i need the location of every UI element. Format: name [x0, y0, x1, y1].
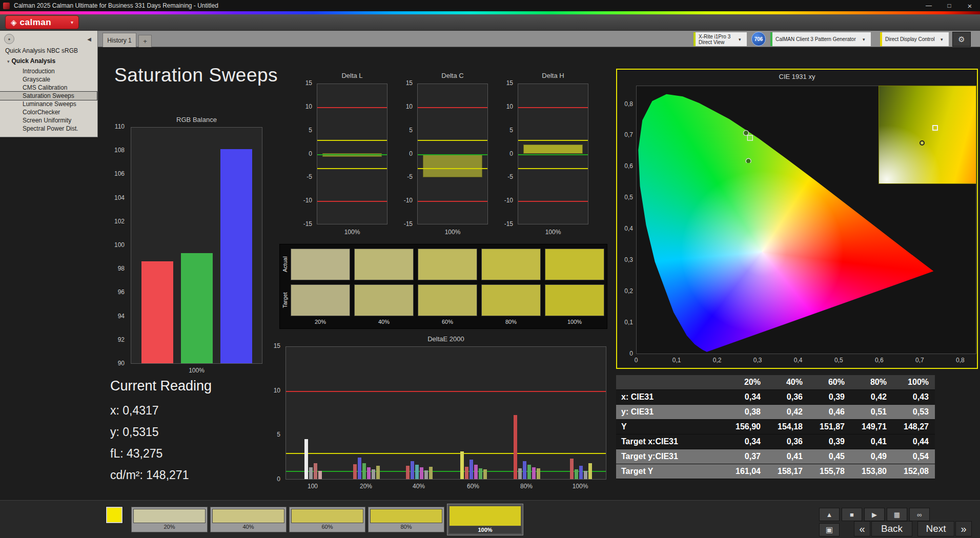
transport-panel-up-button[interactable]: ▲ — [819, 508, 840, 521]
next-button[interactable]: Next — [917, 521, 954, 536]
pattern-swatch-80%[interactable]: 80% — [368, 507, 444, 532]
pattern-swatch-20%[interactable]: 20% — [131, 507, 208, 532]
close-button[interactable]: × — [959, 0, 980, 11]
minimize-button[interactable]: — — [918, 0, 939, 11]
workflow-root-item[interactable]: ▾Quick Analysis — [7, 57, 55, 65]
display-control-dropdown[interactable]: Direct Display Control ▾ — [880, 32, 949, 47]
pattern-generator-dropdown[interactable]: CalMAN Client 3 Pattern Generator ▾ — [770, 32, 871, 47]
delta-e-chart — [285, 346, 606, 480]
pattern-swatch-60%[interactable]: 60% — [289, 507, 365, 532]
calman-logo-icon: ◈ — [11, 18, 17, 27]
pattern-swatch-label: 80% — [370, 523, 442, 530]
axis-tick-label: 0,5 — [831, 357, 846, 364]
axis-tick-label: 10 — [305, 103, 312, 110]
rgb-balance-title: RGB Balance — [131, 116, 262, 123]
axis-tick-label: 100 — [114, 241, 125, 249]
table-cell: 153,80 — [851, 464, 893, 479]
cie-data-points — [637, 86, 790, 163]
table-column-header: 80% — [851, 375, 893, 389]
delta-l-chart — [317, 84, 387, 224]
meter-mode: Direct View — [699, 39, 739, 45]
pattern-swatch-40%[interactable]: 40% — [210, 507, 287, 532]
deltae-bar — [570, 459, 574, 479]
axis-tick-label: -5 — [507, 173, 513, 180]
delta-bar — [523, 144, 583, 153]
pattern-window-button[interactable]: ▣ — [819, 523, 840, 536]
table-cell: 0,42 — [767, 405, 809, 419]
pattern-swatch-color — [212, 509, 284, 523]
delta-e-title: DeltaE 2000 — [285, 335, 606, 343]
table-cell: 0,41 — [851, 434, 893, 449]
pattern-generator-label: CalMAN Client 3 Pattern Generator — [770, 36, 863, 42]
back-button[interactable]: Back — [871, 521, 912, 536]
sweep-swatch-target-20% — [291, 284, 350, 316]
delta-c-y-axis: 151050-5-10-15 — [396, 84, 415, 224]
transport-stop-button[interactable]: ■ — [842, 508, 862, 521]
axis-tick-label: 15 — [406, 79, 413, 87]
sidebar-item-colorchecker[interactable]: ColorChecker — [0, 108, 97, 116]
meter-badge[interactable]: 706 — [751, 32, 766, 46]
axis-tick-label: 92 — [118, 336, 125, 343]
table-cell: 158,17 — [767, 464, 809, 479]
axis-tick-label: 0,1 — [618, 319, 633, 326]
sidebar-item-luminance-sweeps[interactable]: Luminance Sweeps — [0, 100, 97, 108]
tab-history-1[interactable]: History 1 — [103, 33, 136, 47]
limit-line-yellow — [317, 140, 387, 141]
deltae-bar — [309, 467, 313, 479]
sidebar-item-grayscale[interactable]: Grayscale — [0, 75, 97, 84]
deltae-bar — [415, 465, 419, 479]
delta-l-x-label: 100% — [317, 229, 387, 236]
pattern-swatch-label: 40% — [212, 523, 284, 530]
axis-tick-label: -5 — [307, 173, 312, 180]
table-column-header: 20% — [725, 375, 767, 389]
transport-play-button[interactable]: ▶ — [864, 508, 885, 521]
pattern-swatch-label: 20% — [133, 523, 206, 530]
sidebar-item-cms-calibration[interactable]: CMS Calibration — [0, 84, 97, 92]
table-cell: 0,41 — [767, 449, 809, 464]
pattern-swatch-100%[interactable]: 100% — [447, 504, 523, 535]
axis-tick-label: 104 — [114, 194, 125, 201]
calman-logo-button[interactable]: ◈ calman ▾ — [5, 15, 79, 29]
deltae-bar — [314, 463, 317, 479]
sidebar-item-introduction[interactable]: Introduction — [0, 67, 97, 75]
deltae-bar — [353, 464, 357, 479]
workflow-menu-button[interactable]: ● — [4, 34, 14, 44]
pattern-swatch-color — [370, 509, 442, 523]
settings-button[interactable]: ⚙ — [952, 32, 971, 47]
cie-chart-panel: CIE 1931 xy 00,10,20,30,40,50,60,70,8 00… — [616, 69, 978, 369]
back-chevron-button[interactable]: « — [854, 521, 870, 536]
transport-save-button[interactable]: ▦ — [887, 508, 907, 521]
table-row-label: Target Y — [616, 464, 725, 479]
sidebar-item-spectral-power-dist-[interactable]: Spectral Power Dist. — [0, 125, 97, 133]
sweep-swatch-target-60% — [418, 284, 477, 316]
delta-h-chart — [518, 84, 588, 224]
table-cell: 155,78 — [809, 464, 851, 479]
axis-tick-label: 80% — [511, 483, 542, 490]
meter-dropdown[interactable]: X-Rite i1Pro 3 Direct View ▾ — [693, 32, 747, 47]
table-cell: 148,27 — [893, 420, 935, 434]
collapse-sidebar-button[interactable]: ◀ — [84, 34, 94, 44]
cie-target-point — [747, 135, 752, 140]
next-chevron-button[interactable]: » — [955, 521, 972, 536]
sidebar-item-screen-uniformity[interactable]: Screen Uniformity — [0, 116, 97, 125]
delta-h-x-label: 100% — [518, 229, 588, 236]
transport-link-button[interactable]: ∞ — [909, 508, 930, 521]
table-cell: 0,36 — [767, 434, 809, 449]
current-reading-cdm2: cd/m²: 148,271 — [110, 468, 189, 482]
axis-tick-label: 0,5 — [618, 194, 633, 201]
axis-tick-label: 98 — [118, 265, 125, 272]
delta-e-y-axis: 151050 — [264, 346, 283, 480]
limit-line-yellow — [418, 140, 487, 141]
pattern-color-indicator[interactable] — [106, 507, 122, 523]
limit-line-red — [286, 391, 606, 392]
table-cell: 0,34 — [725, 434, 767, 449]
table-cell: 0,39 — [809, 390, 851, 404]
table-corner-cell — [616, 375, 725, 389]
deltae-bar — [372, 469, 375, 479]
add-tab-button[interactable]: + — [138, 35, 152, 47]
axis-tick-label: 0,7 — [912, 357, 927, 364]
table-cell: 0,44 — [893, 434, 935, 449]
target-swatch-row — [291, 284, 604, 316]
maximize-button[interactable]: □ — [939, 0, 959, 11]
sidebar-item-saturation-sweeps[interactable]: Saturation Sweeps — [0, 92, 97, 100]
